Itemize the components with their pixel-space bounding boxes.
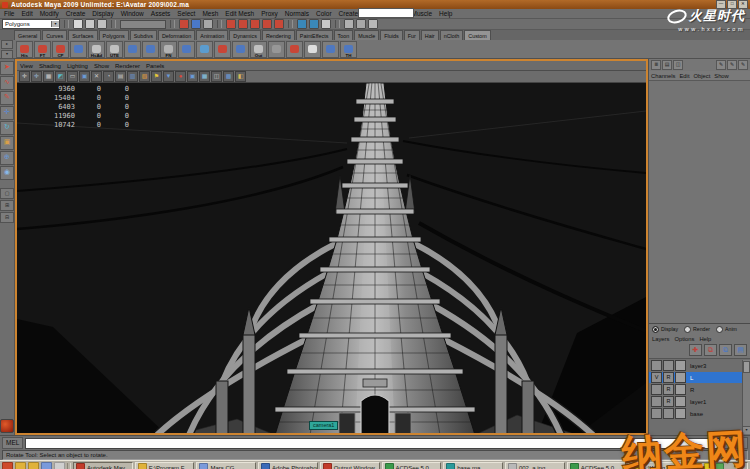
scene-file-icon[interactable] <box>97 19 107 29</box>
soft-mod-tool[interactable]: ◉ <box>0 166 14 180</box>
menu-item[interactable]: Mesh <box>202 10 218 17</box>
menu-item[interactable]: Create <box>66 10 86 17</box>
quick-selection-field[interactable] <box>120 20 166 29</box>
menu-item[interactable]: Proxy <box>261 10 278 17</box>
script-editor-icon[interactable]: ▥ <box>722 437 734 449</box>
shelf-tab[interactable]: PaintEffects <box>296 30 333 40</box>
viewport-3d-view[interactable]: 9360 0 0 15404 0 0 6403 0 <box>17 83 646 433</box>
shelf-button[interactable]: CP <box>52 41 69 58</box>
quick-launch-icon[interactable] <box>15 462 26 469</box>
channel-box-menu-item[interactable]: Channels <box>651 73 676 79</box>
universal-manipulator-tool[interactable]: ⊕ <box>0 151 14 165</box>
manip-medium-icon[interactable]: ✎ <box>727 60 737 70</box>
layer-row[interactable]: base <box>649 408 742 419</box>
layer-color-swatch[interactable] <box>675 396 686 407</box>
layer-editor-menu-item[interactable]: Help <box>699 336 711 342</box>
shelf-tab[interactable]: Polygons <box>99 30 129 40</box>
shelf-button[interactable]: HsAd <box>88 41 105 58</box>
shelf-button[interactable] <box>322 41 339 58</box>
viewport-menu-item[interactable]: Lighting <box>67 63 88 69</box>
layer-display-type-box[interactable] <box>663 408 674 419</box>
snap-icon[interactable] <box>321 19 331 29</box>
viewport-toolbar-icon[interactable]: ✛ <box>31 71 42 82</box>
layer-row[interactable]: R layer1 <box>649 396 742 407</box>
tray-icon[interactable] <box>704 463 713 469</box>
shelf-tab[interactable]: Hair <box>421 30 439 40</box>
shelf-button[interactable]: Out <box>250 41 267 58</box>
viewport-toolbar-icon[interactable]: ◧ <box>235 71 246 82</box>
taskbar-task-button[interactable]: ACDSee 5.0 <box>567 462 627 469</box>
taskbar-task-button[interactable]: E:\Program F... <box>135 462 195 469</box>
status-divider[interactable] <box>217 20 222 28</box>
shelf-button[interactable] <box>304 41 321 58</box>
taskbar-task-button[interactable]: 002_a.jpg <box>505 462 565 469</box>
layer-visibility-box[interactable]: V <box>651 372 662 383</box>
scale-tool[interactable]: ▣ <box>0 136 14 150</box>
shelf-tab[interactable]: Curves <box>42 30 67 40</box>
selection-mask-icon[interactable] <box>274 19 284 29</box>
layer-row[interactable]: V R L <box>649 372 742 383</box>
menu-item[interactable]: File <box>4 10 14 17</box>
channel-box-content[interactable] <box>649 81 750 323</box>
shelf-button[interactable] <box>142 41 159 58</box>
quick-launch-icon[interactable] <box>28 462 39 469</box>
maximize-button[interactable]: □ <box>727 0 737 9</box>
layer-mode-radio[interactable]: Render <box>684 326 710 333</box>
taskbar-task-button[interactable]: base.ma <box>443 462 503 469</box>
maya-icon-button[interactable] <box>0 419 14 433</box>
layout-shortcut-button[interactable]: ⊟ <box>0 212 14 223</box>
menu-item[interactable]: Assets <box>151 10 171 17</box>
selection-mode-icon[interactable] <box>203 19 213 29</box>
status-divider[interactable] <box>170 20 175 28</box>
viewport-toolbar-icon[interactable]: ✛ <box>19 71 30 82</box>
manip-slow-icon[interactable]: ✎ <box>716 60 726 70</box>
status-divider[interactable] <box>335 20 340 28</box>
viewport-menu-item[interactable]: Panels <box>146 63 164 69</box>
shelf-tab[interactable]: General <box>14 30 41 40</box>
viewport-menu-item[interactable]: Show <box>94 63 109 69</box>
menu-item[interactable]: Display <box>92 10 113 17</box>
layer-display-type-box[interactable] <box>663 360 674 371</box>
shelf-tab[interactable]: Muscle <box>354 30 379 40</box>
selection-mode-dropdown[interactable]: Polygons ▾ <box>2 19 60 29</box>
tray-icon[interactable] <box>715 463 724 469</box>
viewport-toolbar-icon[interactable]: ▤ <box>115 71 126 82</box>
menu-item[interactable]: Window <box>121 10 144 17</box>
viewport-toolbar-icon[interactable]: ◩ <box>55 71 66 82</box>
quick-launch-icon[interactable] <box>54 462 65 469</box>
selection-mask-icon[interactable] <box>250 19 260 29</box>
layer-visibility-box[interactable] <box>651 396 662 407</box>
paint-select-tool[interactable]: ✎ <box>0 91 14 105</box>
numeric-input-field[interactable] <box>358 8 414 18</box>
render-icon[interactable] <box>356 19 366 29</box>
menu-item[interactable]: Edit <box>21 10 32 17</box>
move-tool[interactable]: ✛ <box>0 106 14 120</box>
shelf-button[interactable] <box>214 41 231 58</box>
shelf-tab[interactable]: Fur <box>404 30 420 40</box>
shelf-menu-icon[interactable]: ▸ <box>1 40 13 49</box>
taskbar-task-button[interactable]: Autodesk May... <box>73 462 133 469</box>
viewport-toolbar-icon[interactable]: ◔ <box>103 71 114 82</box>
viewport-toolbar-icon[interactable]: ◫ <box>211 71 222 82</box>
menu-item[interactable]: Select <box>177 10 195 17</box>
layer-color-swatch[interactable] <box>675 360 686 371</box>
layer-editor-toolbar-icon[interactable]: ⧉ <box>704 344 717 356</box>
tray-icon[interactable] <box>693 463 702 469</box>
viewport-toolbar-icon[interactable]: ▼ <box>163 71 174 82</box>
taskbar-task-button[interactable]: Mars CG <box>196 462 256 469</box>
selection-mode-icon[interactable] <box>179 19 189 29</box>
taskbar-task-button[interactable]: ACDSee 5.0 ... <box>382 462 442 469</box>
layer-color-swatch[interactable] <box>675 384 686 395</box>
layout-shortcut-button[interactable]: ▢ <box>0 188 14 199</box>
quick-launch-icon[interactable] <box>41 462 52 469</box>
shelf-button[interactable]: FT <box>34 41 51 58</box>
viewport-toolbar-icon[interactable]: ⚑ <box>151 71 162 82</box>
layout-shortcut-button[interactable]: ⊞ <box>0 200 14 211</box>
layer-display-type-box[interactable]: R <box>663 384 674 395</box>
shelf-button[interactable] <box>70 41 87 58</box>
shelf-button[interactable] <box>286 41 303 58</box>
layer-visibility-box[interactable] <box>651 408 662 419</box>
viewport-toolbar-icon[interactable]: ▩ <box>223 71 234 82</box>
layer-display-type-box[interactable]: R <box>663 396 674 407</box>
shelf-button[interactable]: His <box>16 41 33 58</box>
